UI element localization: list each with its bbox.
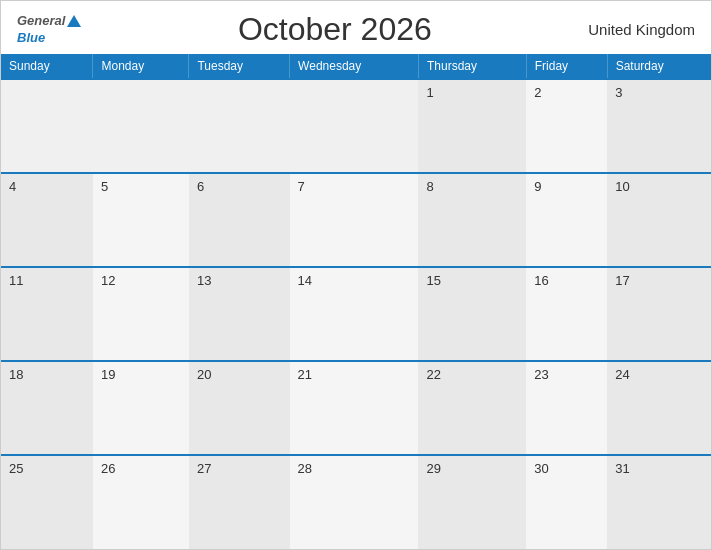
calendar-day-cell: 21 — [290, 361, 419, 455]
day-number: 24 — [615, 367, 629, 382]
day-number: 9 — [534, 179, 541, 194]
calendar-day-cell: 31 — [607, 455, 711, 549]
calendar-day-cell: 13 — [189, 267, 290, 361]
calendar-day-cell: 19 — [93, 361, 189, 455]
col-thursday: Thursday — [418, 54, 526, 79]
day-number: 6 — [197, 179, 204, 194]
calendar-day-cell: 30 — [526, 455, 607, 549]
calendar-week-row: 25262728293031 — [1, 455, 711, 549]
calendar-week-row: 123 — [1, 79, 711, 173]
col-friday: Friday — [526, 54, 607, 79]
calendar-day-cell — [93, 79, 189, 173]
calendar-day-cell: 11 — [1, 267, 93, 361]
calendar-day-cell: 27 — [189, 455, 290, 549]
calendar-day-cell — [1, 79, 93, 173]
day-number: 16 — [534, 273, 548, 288]
day-number: 1 — [426, 85, 433, 100]
calendar-day-cell: 29 — [418, 455, 526, 549]
day-number: 14 — [298, 273, 312, 288]
day-number: 3 — [615, 85, 622, 100]
day-number: 18 — [9, 367, 23, 382]
region-label: United Kingdom — [588, 21, 695, 38]
day-number: 7 — [298, 179, 305, 194]
day-number: 22 — [426, 367, 440, 382]
calendar-day-cell: 2 — [526, 79, 607, 173]
day-number: 10 — [615, 179, 629, 194]
calendar-container: General Blue October 2026 United Kingdom… — [0, 0, 712, 550]
logo-blue-text: Blue — [17, 30, 45, 45]
day-number: 13 — [197, 273, 211, 288]
calendar-header: General Blue October 2026 United Kingdom — [1, 1, 711, 54]
calendar-day-cell: 9 — [526, 173, 607, 267]
calendar-table: Sunday Monday Tuesday Wednesday Thursday… — [1, 54, 711, 549]
day-number: 4 — [9, 179, 16, 194]
calendar-day-cell: 25 — [1, 455, 93, 549]
calendar-day-cell: 10 — [607, 173, 711, 267]
calendar-day-cell: 15 — [418, 267, 526, 361]
calendar-day-cell: 5 — [93, 173, 189, 267]
col-monday: Monday — [93, 54, 189, 79]
day-number: 29 — [426, 461, 440, 476]
day-number: 31 — [615, 461, 629, 476]
calendar-day-cell: 18 — [1, 361, 93, 455]
day-number: 12 — [101, 273, 115, 288]
day-number: 5 — [101, 179, 108, 194]
day-number: 27 — [197, 461, 211, 476]
col-sunday: Sunday — [1, 54, 93, 79]
logo-general-text: General — [17, 13, 65, 28]
day-number: 2 — [534, 85, 541, 100]
day-number: 28 — [298, 461, 312, 476]
day-number: 15 — [426, 273, 440, 288]
day-number: 8 — [426, 179, 433, 194]
col-saturday: Saturday — [607, 54, 711, 79]
logo-triangle-icon — [67, 15, 81, 27]
weekday-header-row: Sunday Monday Tuesday Wednesday Thursday… — [1, 54, 711, 79]
calendar-day-cell: 23 — [526, 361, 607, 455]
day-number: 25 — [9, 461, 23, 476]
calendar-day-cell: 26 — [93, 455, 189, 549]
calendar-day-cell — [189, 79, 290, 173]
day-number: 26 — [101, 461, 115, 476]
calendar-day-cell — [290, 79, 419, 173]
calendar-week-row: 11121314151617 — [1, 267, 711, 361]
calendar-day-cell: 20 — [189, 361, 290, 455]
calendar-day-cell: 28 — [290, 455, 419, 549]
calendar-week-row: 18192021222324 — [1, 361, 711, 455]
month-title: October 2026 — [238, 11, 432, 48]
day-number: 17 — [615, 273, 629, 288]
calendar-day-cell: 3 — [607, 79, 711, 173]
calendar-day-cell: 6 — [189, 173, 290, 267]
calendar-day-cell: 1 — [418, 79, 526, 173]
day-number: 11 — [9, 273, 23, 288]
day-number: 21 — [298, 367, 312, 382]
calendar-day-cell: 22 — [418, 361, 526, 455]
logo: General Blue — [17, 13, 81, 46]
day-number: 20 — [197, 367, 211, 382]
calendar-day-cell: 7 — [290, 173, 419, 267]
calendar-day-cell: 17 — [607, 267, 711, 361]
calendar-day-cell: 16 — [526, 267, 607, 361]
day-number: 30 — [534, 461, 548, 476]
calendar-week-row: 45678910 — [1, 173, 711, 267]
calendar-day-cell: 4 — [1, 173, 93, 267]
calendar-day-cell: 12 — [93, 267, 189, 361]
col-wednesday: Wednesday — [290, 54, 419, 79]
calendar-day-cell: 8 — [418, 173, 526, 267]
calendar-day-cell: 24 — [607, 361, 711, 455]
day-number: 19 — [101, 367, 115, 382]
calendar-day-cell: 14 — [290, 267, 419, 361]
day-number: 23 — [534, 367, 548, 382]
col-tuesday: Tuesday — [189, 54, 290, 79]
